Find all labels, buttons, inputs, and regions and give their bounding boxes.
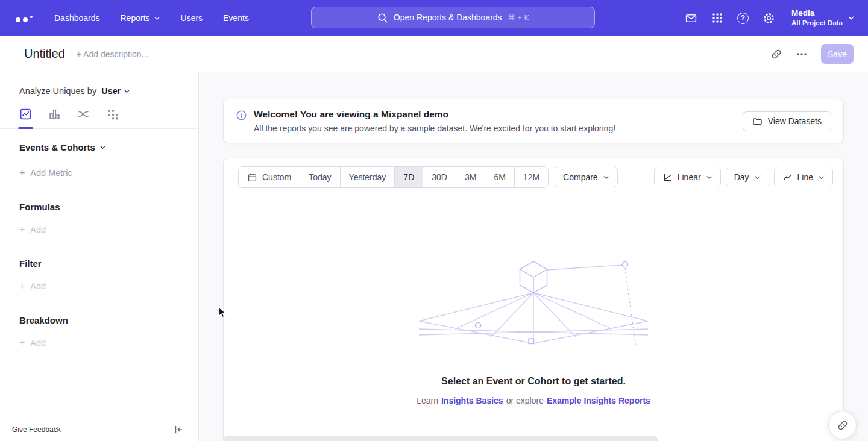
add-description[interactable]: + Add description... [77,49,148,59]
add-filter-button[interactable]: + Add [19,281,198,291]
date-range-3m[interactable]: 3M [456,167,485,187]
project-info: Media All Project Data [791,8,843,27]
analyze-by-dropdown[interactable]: User [101,86,130,96]
scale-dropdown[interactable]: Linear [654,167,721,187]
date-range-yesterday[interactable]: Yesterday [341,167,395,187]
give-feedback-link[interactable]: Give Feedback [12,425,61,434]
chevron-down-icon [99,144,106,151]
date-range-7d[interactable]: 7D [395,167,423,187]
search-placeholder: Open Reports & Dashboards [394,13,502,22]
breakdown-title: Breakdown [19,315,198,325]
chart-type-dropdown[interactable]: Line [774,167,833,187]
nav-reports[interactable]: Reports [121,13,160,23]
link-icon [837,419,849,431]
date-range-label: 3M [465,172,476,182]
banner-body: All the reports you see are powered by a… [254,124,615,133]
chart-controls: Custom Today Yesterday 7D 30D 3M 6M 12M … [224,158,843,196]
empty-state: Select an Event or Cohort to get started… [224,196,843,405]
compare-label: Compare [563,172,598,182]
date-range-6m[interactable]: 6M [485,167,514,187]
gear-icon[interactable] [763,12,775,25]
chevron-down-icon [818,174,825,181]
nav-users[interactable]: Users [181,13,203,23]
retention-tab-icon [106,108,119,120]
save-button[interactable]: Save [821,44,854,64]
more-options-icon[interactable] [796,48,808,60]
add-breakdown-label: Add [30,338,46,348]
date-range-custom-label: Custom [262,172,291,182]
logo-dot [16,17,20,22]
date-range-label: 12M [523,172,539,182]
filter-title: Filter [19,258,198,269]
search-icon [377,12,388,23]
line-chart-tab-icon [19,108,32,120]
chart-display-controls: Linear Day Line [654,167,833,187]
nav-events-label: Events [223,13,249,23]
nav-dashboards[interactable]: Dashboards [54,13,100,23]
add-metric-label: Add Metric [30,168,72,178]
plus-icon: + [19,281,25,291]
banner-text: Welcome! You are viewing a Mixpanel demo… [254,109,615,133]
date-range-picker: Custom Today Yesterday 7D 30D 3M 6M 12M [238,166,549,188]
tab-bar-chart[interactable] [48,108,61,128]
date-range-custom[interactable]: Custom [239,167,300,187]
tab-flows[interactable] [77,108,90,128]
add-breakdown-button[interactable]: + Add [19,338,198,348]
search-shortcut: ⌘ + K [508,13,530,22]
inbox-icon[interactable] [685,12,697,25]
main-content: Welcome! You are viewing a Mixpanel demo… [199,72,868,441]
interval-dropdown[interactable]: Day [726,167,769,187]
axis-icon [662,172,673,183]
view-datasets-button[interactable]: View Datasets [743,111,831,131]
plus-icon: + [19,338,25,348]
insights-basics-link[interactable]: Insights Basics [441,396,503,405]
banner-title: Welcome! You are viewing a Mixpanel demo [254,109,615,120]
link-icon[interactable] [770,48,782,60]
report-header: Untitled + Add description... Save [0,36,868,72]
collapse-sidebar-icon[interactable] [173,424,184,435]
formulas-section: Formulas + Add [0,178,198,234]
next-section-edge [223,436,658,441]
date-range-label: 6M [494,172,505,182]
interval-label: Day [734,172,749,182]
sidebar-footer: Give Feedback [0,418,198,441]
header-actions: Save [770,44,854,64]
add-metric-button[interactable]: + Add Metric [0,152,198,178]
global-search[interactable]: Open Reports & Dashboards ⌘ + K [311,7,595,28]
breakdown-section: Breakdown + Add [0,291,198,348]
analyze-row: Analyze Uniques by User [0,72,198,96]
tab-retention[interactable] [106,108,119,128]
events-cohorts-label: Events & Cohorts [19,142,95,152]
flows-tab-icon [77,108,90,120]
nav-users-label: Users [181,13,203,23]
nav-events[interactable]: Events [223,13,249,23]
mixpanel-logo[interactable] [16,14,33,22]
share-link-button[interactable] [828,411,857,439]
insights-report-card: Custom Today Yesterday 7D 30D 3M 6M 12M … [223,158,844,441]
chevron-down-icon [754,174,761,181]
demo-banner: Welcome! You are viewing a Mixpanel demo… [223,99,844,143]
analyze-value-label: User [101,86,121,96]
help-icon[interactable]: ? [737,13,749,24]
report-title[interactable]: Untitled [24,47,65,61]
add-formula-button[interactable]: + Add [19,225,198,234]
date-range-label: Yesterday [349,172,386,182]
chevron-down-icon [603,174,609,181]
filter-section: Filter + Add [0,234,198,291]
date-range-12m[interactable]: 12M [515,167,548,187]
tab-insights[interactable] [19,108,32,128]
view-datasets-label: View Datasets [768,116,822,126]
events-cohorts-dropdown[interactable]: Events & Cohorts [0,129,198,152]
folder-icon [752,116,763,127]
nav-reports-label: Reports [121,13,150,23]
add-filter-label: Add [30,281,46,291]
or-explore-text: or explore [506,396,544,405]
date-range-30d[interactable]: 30D [423,167,456,187]
project-switcher[interactable]: Media All Project Data [791,8,855,27]
line-chart-icon [782,172,793,183]
apps-grid-icon[interactable] [711,12,723,24]
example-reports-link[interactable]: Example Insights Reports [547,396,650,405]
plus-icon: + [19,168,25,178]
date-range-today[interactable]: Today [300,167,340,187]
compare-button[interactable]: Compare [555,167,618,187]
